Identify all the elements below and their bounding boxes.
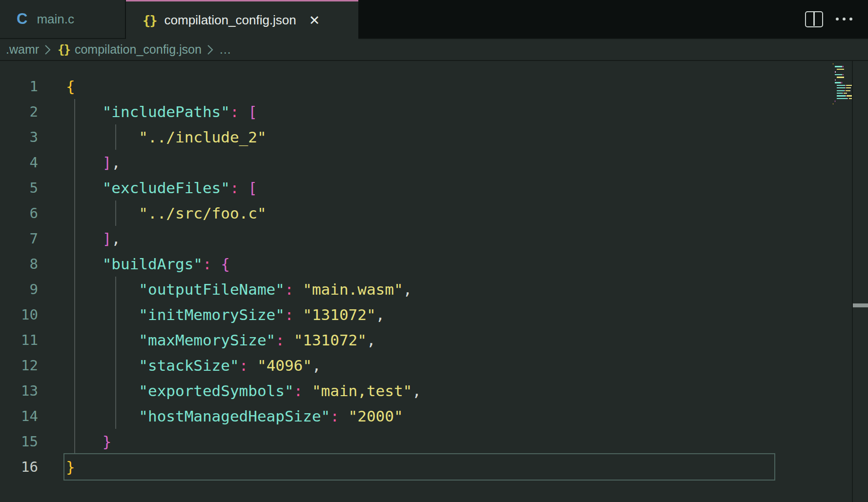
- code-token: :: [230, 179, 239, 197]
- code-token: [66, 306, 139, 323]
- code-token: "outputFileName": [139, 281, 285, 298]
- breadcrumb: .wamr {} compilation_config.json …: [0, 39, 868, 61]
- code-line[interactable]: 13 "exportedSymbols": "main,test",: [0, 378, 868, 403]
- code-line[interactable]: 16}: [0, 454, 868, 480]
- minimap-token: [837, 95, 846, 96]
- chevron-right-icon: [44, 43, 52, 56]
- minimap-token: [835, 66, 842, 67]
- code-line[interactable]: 1{: [0, 74, 868, 99]
- minimap-token: [846, 85, 852, 86]
- minimap-token: [837, 98, 847, 99]
- code-token: "includePaths": [103, 103, 230, 120]
- code-token: "../include_2": [139, 128, 266, 146]
- minimap-token: [847, 95, 852, 96]
- code-token: [66, 433, 103, 450]
- code-line[interactable]: 2 "includePaths": [: [0, 99, 868, 124]
- code-token: {: [221, 255, 230, 273]
- minimap-token: [833, 63, 833, 64]
- code-token: :: [275, 331, 285, 349]
- code-token: "stackSize": [139, 357, 239, 374]
- minimap-token: [835, 74, 842, 75]
- chevron-right-icon: [207, 43, 214, 56]
- code-token: [: [248, 103, 257, 120]
- code-token: "../src/foo.c": [139, 204, 266, 222]
- c-file-icon: C: [17, 10, 27, 28]
- code-line[interactable]: 12 "stackSize": "4096",: [0, 353, 868, 378]
- line-number: 8: [0, 251, 38, 277]
- minimap-token: [845, 87, 846, 88]
- code-token: [66, 230, 103, 247]
- code-token: ,: [111, 230, 121, 247]
- code-line[interactable]: 15 }: [0, 429, 868, 454]
- minimap-token: [847, 98, 848, 99]
- code-line[interactable]: 6 "../src/foo.c": [0, 201, 868, 226]
- code-line[interactable]: 8 "buildArgs": {: [0, 251, 868, 277]
- code-token: "hostManagedHeapSize": [139, 407, 330, 425]
- code-token: "main.wasm": [303, 281, 403, 298]
- minimap[interactable]: [830, 61, 852, 502]
- overview-ruler-scrollbar[interactable]: [853, 61, 868, 502]
- code-token: "131072": [303, 306, 375, 323]
- minimap-token: [846, 95, 846, 96]
- line-number: 13: [0, 378, 38, 403]
- tab-compilation-config-json[interactable]: {} compilation_config.json ✕: [126, 0, 358, 39]
- code-token: ,: [412, 382, 421, 400]
- line-number: 14: [0, 403, 38, 429]
- minimap-token: [835, 80, 836, 80]
- minimap-token: [837, 93, 843, 94]
- line-number: 2: [0, 99, 38, 124]
- code-token: {: [66, 78, 75, 95]
- code-token: :: [285, 281, 294, 298]
- minimap-token: [849, 98, 852, 99]
- code-line[interactable]: 9 "outputFileName": "main.wasm",: [0, 277, 868, 302]
- more-actions-icon[interactable]: [835, 15, 853, 23]
- minimap-token: [842, 74, 843, 75]
- code-token: [66, 357, 139, 374]
- split-editor-icon[interactable]: [805, 11, 823, 27]
- minimap-token: [846, 87, 850, 88]
- json-braces-icon: {}: [143, 13, 157, 28]
- code-editor-area[interactable]: 1{2 "includePaths": [3 "../include_2"4 ]…: [0, 61, 868, 502]
- code-token: :: [203, 255, 212, 273]
- tab-label-main-c: main.c: [37, 12, 74, 27]
- minimap-token: [845, 90, 845, 91]
- code-token: [66, 103, 103, 120]
- code-token: :: [294, 382, 303, 400]
- tab-bar-empty-space: [358, 0, 868, 39]
- minimap-token: [837, 77, 844, 78]
- code-line[interactable]: 14 "hostManagedHeapSize": "2000": [0, 403, 868, 429]
- minimap-token: [843, 66, 844, 67]
- code-token: }: [66, 458, 75, 476]
- breadcrumb-item-symbol-more[interactable]: …: [219, 42, 231, 57]
- code-token: :: [285, 306, 294, 323]
- code-token: :: [239, 357, 248, 374]
- cursor-position-marker: [853, 303, 868, 307]
- code-line[interactable]: 5 "excludeFiles": [: [0, 175, 868, 201]
- code-line[interactable]: 10 "initMemorySize": "131072",: [0, 302, 868, 327]
- minimap-token: [833, 103, 833, 104]
- breadcrumb-item-wamr[interactable]: .wamr: [6, 42, 39, 57]
- code-line[interactable]: 7 ],: [0, 226, 868, 251]
- minimap-token: [841, 82, 841, 83]
- code-token: [248, 357, 257, 374]
- minimap-token: [837, 90, 845, 91]
- code-token: ,: [376, 306, 385, 323]
- line-number: 6: [0, 201, 38, 226]
- code-token: ]: [103, 230, 112, 247]
- code-token: ]: [103, 154, 112, 171]
- line-number: 10: [0, 302, 38, 327]
- tab-main-c[interactable]: C main.c: [0, 0, 126, 39]
- code-line[interactable]: 11 "maxMemorySize": "131072",: [0, 327, 868, 353]
- minimap-token: [850, 90, 850, 91]
- code-token: ,: [111, 154, 121, 171]
- code-token: [66, 154, 103, 171]
- minimap-token: [837, 87, 845, 88]
- minimap-token: [842, 66, 843, 67]
- code-token: "2000": [349, 407, 403, 425]
- code-token: [: [248, 179, 257, 197]
- code-line[interactable]: 4 ],: [0, 150, 868, 175]
- line-number: 9: [0, 277, 38, 302]
- code-line[interactable]: 3 "../include_2": [0, 124, 868, 150]
- breadcrumb-item-file[interactable]: compilation_config.json: [75, 42, 202, 57]
- close-tab-icon[interactable]: ✕: [309, 13, 320, 28]
